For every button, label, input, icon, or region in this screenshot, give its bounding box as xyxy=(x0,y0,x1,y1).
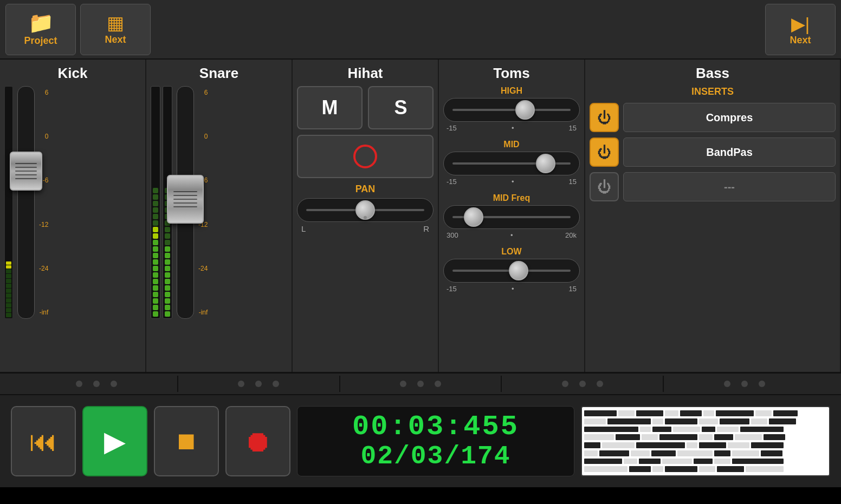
stop-button[interactable]: ⏹ xyxy=(154,406,219,476)
snare-dot-2 xyxy=(255,381,262,387)
pattern-row-1 xyxy=(584,410,827,416)
toms-mid-group: MID -15 • 15 xyxy=(443,140,580,186)
toms-mf-center-dot: • xyxy=(510,231,513,239)
toms-low-knob[interactable] xyxy=(509,261,528,280)
next-icon-right: ▶| xyxy=(791,13,810,35)
insert-row-3: ⏻ --- xyxy=(590,172,836,201)
toms-low-group: LOW -15 • 15 xyxy=(443,247,580,293)
pattern-row-5 xyxy=(584,442,827,448)
kick-scale: 6 0 -6 -12 -24 -inf xyxy=(39,86,48,319)
pan-left-label: L xyxy=(301,224,306,233)
toms-mid-slider[interactable] xyxy=(443,152,580,175)
toms-low-max: 15 xyxy=(569,285,577,293)
toms-low-slider[interactable] xyxy=(443,259,580,283)
toms-high-knob[interactable] xyxy=(515,100,535,120)
mute-button[interactable]: M xyxy=(297,86,363,129)
toms-high-slider[interactable] xyxy=(443,98,580,122)
hihat-dot-3 xyxy=(435,381,441,387)
pattern-row-7 xyxy=(584,459,827,464)
bass-dot-2 xyxy=(741,381,748,387)
stop-icon: ⏹ xyxy=(174,428,198,455)
insert-row-2: ⏻ BandPas xyxy=(590,138,836,167)
hihat-record-indicator xyxy=(297,135,434,178)
insert2-power-button[interactable]: ⏻ xyxy=(590,138,619,167)
toms-dot-1 xyxy=(562,381,568,387)
folder-icon: 📁 xyxy=(28,12,54,33)
kick-dot-2 xyxy=(93,381,100,387)
kick-fader-area: 6 0 -6 -12 -24 -inf xyxy=(4,86,141,319)
kick-label: Kick xyxy=(58,65,88,82)
toolbar: 📁 Project ▦ Next ▶| Next xyxy=(0,0,841,60)
toms-mid-knob[interactable] xyxy=(536,154,555,173)
pattern-display xyxy=(581,406,830,476)
bass-label: Bass xyxy=(696,65,729,82)
snare-vu-left xyxy=(151,86,160,319)
snare-channel: Snare xyxy=(146,60,293,372)
kick-fader[interactable] xyxy=(17,86,35,319)
hihat-dots xyxy=(340,381,501,387)
toms-midfreq-group: MID Freq 300 • 20k xyxy=(443,193,580,239)
bass-channel: Bass INSERTS ⏻ Compres ⏻ BandPas ⏻ --- xyxy=(585,60,841,372)
pan-slider[interactable] xyxy=(297,198,434,222)
insert3-power-button[interactable]: ⏻ xyxy=(590,172,619,201)
toms-dot-2 xyxy=(579,381,586,387)
insert1-power-button[interactable]: ⏻ xyxy=(590,103,619,132)
kick-fader-thumb[interactable] xyxy=(10,152,42,191)
time-main: 00:03:455 xyxy=(352,411,519,442)
skip-back-icon: ⏮ xyxy=(29,425,57,457)
insert2-name[interactable]: BandPas xyxy=(623,138,836,167)
bass-dots xyxy=(664,381,825,387)
ms-row: M S xyxy=(297,86,434,129)
insert1-name[interactable]: Compres xyxy=(623,103,836,132)
inserts-label: INSERTS xyxy=(691,86,734,97)
toms-mid-label: MID xyxy=(443,140,580,149)
toms-midfreq-knob[interactable] xyxy=(464,207,483,227)
bass-dot-1 xyxy=(724,381,730,387)
dots-row xyxy=(0,374,841,395)
insert3-name[interactable]: --- xyxy=(623,172,836,201)
play-button[interactable]: ▶ xyxy=(82,406,147,476)
kick-dots xyxy=(16,381,177,387)
toms-high-center-dot: • xyxy=(512,124,514,132)
snare-dots xyxy=(178,381,339,387)
solo-button[interactable]: S xyxy=(368,86,434,129)
project-button[interactable]: 📁 Project xyxy=(5,4,76,55)
next-icon-left: ▦ xyxy=(107,14,124,32)
record-button[interactable]: ⏺ xyxy=(225,406,290,476)
play-icon: ▶ xyxy=(104,425,126,457)
snare-fader-thumb[interactable] xyxy=(167,175,204,224)
insert-row-1: ⏻ Compres xyxy=(590,103,836,132)
mixer: Kick xyxy=(0,60,841,374)
toms-low-min: -15 xyxy=(447,285,457,293)
next-button-left[interactable]: ▦ Next xyxy=(80,4,151,55)
toms-high-group: HIGH -15 • 15 xyxy=(443,86,580,132)
hihat-channel: Hihat M S PAN xyxy=(293,60,439,372)
toms-mf-max: 20k xyxy=(565,231,577,239)
snare-fader[interactable] xyxy=(177,86,194,319)
toms-midfreq-slider[interactable] xyxy=(443,205,580,229)
record-dot xyxy=(353,145,377,168)
kick-vu-left xyxy=(4,86,13,319)
kick-dot-3 xyxy=(111,381,117,387)
time-display: 00:03:455 02/03/174 xyxy=(297,406,574,476)
toms-high-max: 15 xyxy=(569,124,577,132)
pattern-row-3 xyxy=(584,427,827,433)
time-sub: 02/03/174 xyxy=(360,442,510,471)
pan-right-label: R xyxy=(423,224,429,233)
kick-fader-track xyxy=(17,86,35,319)
toms-low-label: LOW xyxy=(443,247,580,257)
next-label-left: Next xyxy=(105,34,126,45)
snare-fader-track xyxy=(177,86,194,319)
pattern-row-2 xyxy=(584,418,827,424)
hihat-controls: M S PAN L R xyxy=(297,86,434,233)
project-label: Project xyxy=(24,35,57,47)
hihat-dot-1 xyxy=(400,381,406,387)
toms-mf-min: 300 xyxy=(447,231,458,239)
toms-midfreq-label: MID Freq xyxy=(443,193,580,203)
pan-section: PAN L R xyxy=(297,184,434,233)
snare-dot-1 xyxy=(238,381,244,387)
hihat-label: Hihat xyxy=(348,65,383,82)
next-button-right[interactable]: ▶| Next xyxy=(765,4,836,55)
snare-dot-3 xyxy=(273,381,279,387)
skip-back-button[interactable]: ⏮ xyxy=(11,406,76,476)
